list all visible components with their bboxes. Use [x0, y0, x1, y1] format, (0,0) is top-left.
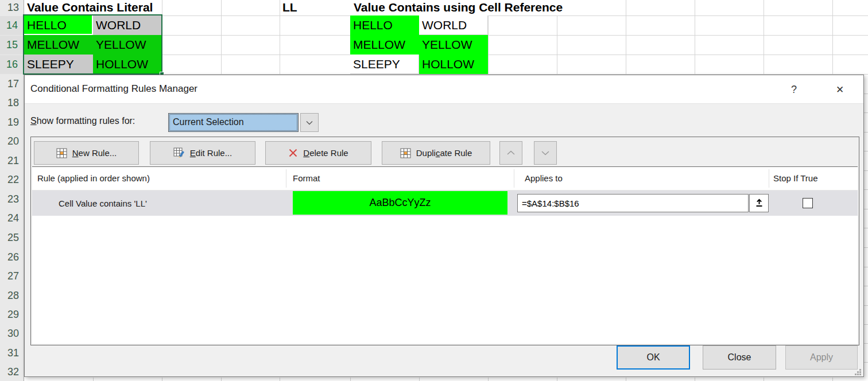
rule-format-preview: AaBbCcYyZz: [293, 191, 507, 215]
row-header-17[interactable]: 17: [0, 74, 24, 94]
resize-grip-icon: [855, 369, 862, 376]
combobox-selected-value[interactable]: Current Selection: [168, 113, 299, 132]
cell-B16[interactable]: HOLLOW: [93, 55, 162, 74]
cell-F14[interactable]: HELLO: [350, 15, 419, 35]
cell-G16[interactable]: HOLLOW: [419, 55, 488, 74]
row-header-18[interactable]: 18: [0, 94, 24, 112]
apply-button[interactable]: Apply: [785, 345, 858, 370]
header-ll[interactable]: LL: [282, 0, 297, 15]
gridline: [764, 378, 764, 381]
rule-description: Cell Value contains 'LL': [59, 190, 147, 216]
header-value-contains-literal[interactable]: Value Contains Literal: [27, 0, 153, 15]
row-header-28[interactable]: 28: [0, 286, 24, 305]
chevron-up-icon: [507, 150, 515, 155]
column-separator: [769, 169, 769, 188]
stop-if-true-checkbox[interactable]: [803, 198, 813, 208]
row-header-22[interactable]: 22: [0, 170, 24, 189]
gridline: [557, 15, 557, 74]
row-header-13[interactable]: 13: [0, 0, 24, 15]
delete-rule-label: Delete Rule: [303, 148, 348, 158]
row-header-26[interactable]: 26: [0, 247, 24, 267]
column-header-applies-to: Applies to: [525, 167, 563, 190]
column-header-stop-if-true: Stop If True: [773, 167, 818, 190]
edit-rule-button[interactable]: Edit Rule...: [150, 141, 255, 165]
excel-window: 13 14 15 16 17 18 19 20 21 22 23 24 25 2…: [0, 0, 868, 381]
move-rule-up-button[interactable]: [499, 141, 522, 165]
collapse-range-icon: [755, 199, 764, 208]
row-header-25[interactable]: 25: [0, 228, 24, 247]
duplicate-rule-label: Duplicate Rule: [416, 148, 472, 158]
gridline: [863, 247, 868, 248]
column-header-format: Format: [293, 167, 320, 190]
column-header-rule: Rule (applied in order shown): [37, 167, 150, 190]
rules-list: Rule (applied in order shown) Format App…: [32, 166, 858, 344]
gridline: [280, 378, 280, 381]
new-rule-button[interactable]: New Rule...: [34, 141, 139, 165]
row-header-20[interactable]: 20: [0, 132, 24, 151]
chevron-down-icon: [306, 120, 313, 125]
cell-A15[interactable]: MELLOW: [24, 35, 93, 55]
red-x-icon: [288, 148, 298, 158]
row-header-21[interactable]: 21: [0, 151, 24, 170]
resize-grip[interactable]: [855, 368, 862, 375]
column-separator: [514, 169, 514, 188]
gridline: [863, 267, 868, 267]
gridline: [863, 305, 868, 306]
dialog-close-button[interactable]: ✕: [827, 75, 852, 104]
combobox-dropdown-button[interactable]: [300, 113, 319, 132]
gridline: [863, 170, 868, 171]
close-button[interactable]: Close: [703, 345, 776, 370]
cell-F15[interactable]: MELLOW: [350, 35, 419, 55]
gridline: [863, 209, 868, 209]
row-header-16[interactable]: 16: [0, 55, 24, 74]
gridline: [832, 0, 833, 74]
move-rule-down-button[interactable]: [534, 141, 557, 165]
gridline: [863, 362, 868, 363]
gridline: [832, 378, 833, 381]
cell-G15[interactable]: YELLOW: [419, 35, 488, 55]
gridline: [221, 0, 222, 74]
rules-frame: New Rule... Edit Rule... Delete Rule Dup…: [30, 137, 859, 345]
row-header-29[interactable]: 29: [0, 305, 24, 324]
duplicate-rule-button[interactable]: Duplicate Rule: [382, 141, 490, 165]
gridline: [863, 94, 868, 94]
cell-B14[interactable]: WORLD: [93, 15, 162, 35]
gridline: [93, 378, 94, 381]
row-header-31[interactable]: 31: [0, 343, 24, 363]
applies-to-input[interactable]: [517, 194, 749, 212]
dialog-title: Conditional Formatting Rules Manager: [30, 83, 197, 95]
gridline: [863, 324, 868, 325]
row-header-14[interactable]: 14: [0, 16, 24, 35]
gridline: [863, 286, 868, 286]
row-header-24[interactable]: 24: [0, 209, 24, 228]
gridline: [863, 151, 868, 151]
collapse-dialog-button[interactable]: [749, 194, 769, 212]
rule-row[interactable]: Cell Value contains 'LL' AaBbCcYyZz: [32, 190, 858, 216]
cell-B15[interactable]: YELLOW: [93, 35, 162, 55]
row-header-30[interactable]: 30: [0, 324, 24, 343]
ok-button[interactable]: OK: [617, 345, 690, 370]
row-header-19[interactable]: 19: [0, 112, 24, 132]
cell-F16[interactable]: SLEEPY: [350, 55, 419, 74]
cell-A14[interactable]: HELLO: [24, 15, 93, 35]
gridline: [863, 132, 868, 133]
gridline: [863, 228, 868, 228]
delete-rule-button[interactable]: Delete Rule: [265, 141, 371, 165]
dialog-titlebar[interactable]: Conditional Formatting Rules Manager ? ✕: [25, 75, 863, 104]
gridline: [162, 0, 162, 74]
cell-A16[interactable]: SLEEPY: [24, 55, 93, 74]
header-value-contains-cell-reference[interactable]: Value Contains using Cell Reference: [354, 0, 563, 15]
conditional-formatting-rules-manager-dialog: Conditional Formatting Rules Manager ? ✕…: [24, 75, 864, 377]
row-header-15[interactable]: 15: [0, 36, 24, 55]
label-rest: how formatting rules for:: [37, 116, 135, 126]
row-header-23[interactable]: 23: [0, 189, 24, 209]
help-button[interactable]: ?: [781, 75, 807, 104]
gridline: [764, 0, 764, 74]
table-pencil-icon: [173, 147, 185, 158]
row-header-27[interactable]: 27: [0, 267, 24, 286]
cell-G14[interactable]: WORLD: [419, 15, 488, 35]
table-grid-icon: [56, 148, 67, 158]
row-header-32[interactable]: 32: [0, 363, 24, 381]
show-rules-for-combobox[interactable]: Current Selection: [168, 113, 319, 132]
gridline: [695, 0, 695, 74]
